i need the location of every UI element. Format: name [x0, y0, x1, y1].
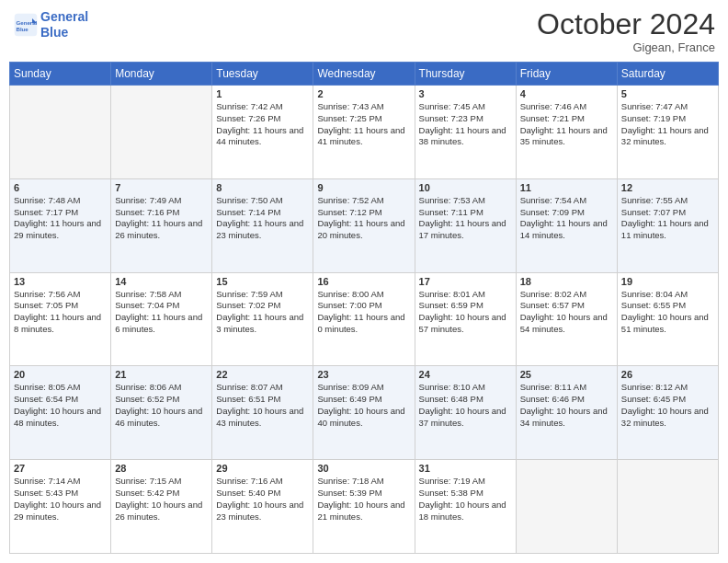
day-info: Sunrise: 7:15 AM Sunset: 5:42 PM Dayligh… — [115, 476, 208, 523]
calendar-week-row: 27Sunrise: 7:14 AM Sunset: 5:43 PM Dayli… — [10, 460, 719, 554]
day-number: 7 — [115, 182, 208, 193]
table-row: 11Sunrise: 7:54 AM Sunset: 7:09 PM Dayli… — [516, 178, 617, 272]
calendar-week-row: 1Sunrise: 7:42 AM Sunset: 7:26 PM Daylig… — [10, 86, 719, 179]
table-row: 2Sunrise: 7:43 AM Sunset: 7:25 PM Daylig… — [313, 86, 415, 179]
day-info: Sunrise: 8:10 AM Sunset: 6:48 PM Dayligh… — [419, 382, 512, 429]
col-saturday: Saturday — [617, 63, 718, 86]
logo-line2: Blue — [40, 25, 88, 40]
day-number: 20 — [14, 369, 107, 380]
day-info: Sunrise: 7:59 AM Sunset: 7:02 PM Dayligh… — [216, 289, 309, 336]
table-row: 1Sunrise: 7:42 AM Sunset: 7:26 PM Daylig… — [212, 86, 313, 179]
title-section: October 2024 Gigean, France — [537, 9, 715, 54]
header: General Blue General Blue October 2024 G… — [9, 9, 719, 54]
day-info: Sunrise: 8:07 AM Sunset: 6:51 PM Dayligh… — [216, 382, 309, 429]
day-number: 28 — [115, 463, 208, 474]
table-row: 20Sunrise: 8:05 AM Sunset: 6:54 PM Dayli… — [10, 366, 111, 460]
page: General Blue General Blue October 2024 G… — [0, 0, 728, 563]
day-info: Sunrise: 7:43 AM Sunset: 7:25 PM Dayligh… — [317, 101, 410, 148]
day-info: Sunrise: 8:04 AM Sunset: 6:55 PM Dayligh… — [621, 289, 714, 336]
day-number: 30 — [317, 463, 410, 474]
day-info: Sunrise: 7:50 AM Sunset: 7:14 PM Dayligh… — [216, 195, 309, 242]
logo-icon: General Blue — [13, 12, 39, 38]
day-info: Sunrise: 8:09 AM Sunset: 6:49 PM Dayligh… — [317, 382, 410, 429]
table-row: 29Sunrise: 7:16 AM Sunset: 5:40 PM Dayli… — [212, 460, 313, 554]
day-info: Sunrise: 8:11 AM Sunset: 6:46 PM Dayligh… — [520, 382, 613, 429]
table-row: 18Sunrise: 8:02 AM Sunset: 6:57 PM Dayli… — [516, 272, 617, 366]
table-row: 30Sunrise: 7:18 AM Sunset: 5:39 PM Dayli… — [313, 460, 415, 554]
table-row: 5Sunrise: 7:47 AM Sunset: 7:19 PM Daylig… — [617, 86, 718, 179]
day-number: 26 — [621, 369, 714, 380]
day-info: Sunrise: 7:54 AM Sunset: 7:09 PM Dayligh… — [520, 195, 613, 242]
table-row — [111, 86, 212, 179]
day-info: Sunrise: 7:45 AM Sunset: 7:23 PM Dayligh… — [419, 101, 512, 148]
logo: General Blue General Blue — [13, 9, 88, 40]
day-number: 16 — [317, 276, 410, 287]
col-wednesday: Wednesday — [313, 63, 415, 86]
location: Gigean, France — [537, 40, 715, 54]
table-row: 13Sunrise: 7:56 AM Sunset: 7:05 PM Dayli… — [10, 272, 111, 366]
day-info: Sunrise: 8:01 AM Sunset: 6:59 PM Dayligh… — [419, 289, 512, 336]
day-number: 31 — [419, 463, 512, 474]
day-number: 27 — [14, 463, 107, 474]
table-row: 27Sunrise: 7:14 AM Sunset: 5:43 PM Dayli… — [10, 460, 111, 554]
logo-line1: General — [40, 9, 88, 25]
table-row: 8Sunrise: 7:50 AM Sunset: 7:14 PM Daylig… — [212, 178, 313, 272]
col-monday: Monday — [111, 63, 212, 86]
day-info: Sunrise: 7:14 AM Sunset: 5:43 PM Dayligh… — [14, 476, 107, 523]
calendar-week-row: 6Sunrise: 7:48 AM Sunset: 7:17 PM Daylig… — [10, 178, 719, 272]
day-info: Sunrise: 7:53 AM Sunset: 7:11 PM Dayligh… — [419, 195, 512, 242]
day-info: Sunrise: 8:06 AM Sunset: 6:52 PM Dayligh… — [115, 382, 208, 429]
day-info: Sunrise: 8:12 AM Sunset: 6:45 PM Dayligh… — [621, 382, 714, 429]
day-number: 2 — [317, 88, 410, 99]
day-number: 5 — [621, 88, 714, 99]
day-info: Sunrise: 7:47 AM Sunset: 7:19 PM Dayligh… — [621, 101, 714, 148]
day-info: Sunrise: 7:52 AM Sunset: 7:12 PM Dayligh… — [317, 195, 410, 242]
table-row: 17Sunrise: 8:01 AM Sunset: 6:59 PM Dayli… — [415, 272, 516, 366]
svg-text:Blue: Blue — [17, 26, 29, 32]
table-row — [617, 460, 718, 554]
day-info: Sunrise: 8:05 AM Sunset: 6:54 PM Dayligh… — [14, 382, 107, 429]
day-number: 17 — [419, 276, 512, 287]
day-number: 10 — [419, 182, 512, 193]
table-row: 19Sunrise: 8:04 AM Sunset: 6:55 PM Dayli… — [617, 272, 718, 366]
table-row: 24Sunrise: 8:10 AM Sunset: 6:48 PM Dayli… — [415, 366, 516, 460]
table-row: 16Sunrise: 8:00 AM Sunset: 7:00 PM Dayli… — [313, 272, 415, 366]
day-number: 4 — [520, 88, 613, 99]
day-info: Sunrise: 7:42 AM Sunset: 7:26 PM Dayligh… — [216, 101, 309, 148]
table-row: 14Sunrise: 7:58 AM Sunset: 7:04 PM Dayli… — [111, 272, 212, 366]
day-info: Sunrise: 7:18 AM Sunset: 5:39 PM Dayligh… — [317, 476, 410, 523]
day-number: 9 — [317, 182, 410, 193]
table-row: 12Sunrise: 7:55 AM Sunset: 7:07 PM Dayli… — [617, 178, 718, 272]
table-row: 9Sunrise: 7:52 AM Sunset: 7:12 PM Daylig… — [313, 178, 415, 272]
day-number: 8 — [216, 182, 309, 193]
table-row: 10Sunrise: 7:53 AM Sunset: 7:11 PM Dayli… — [415, 178, 516, 272]
table-row: 21Sunrise: 8:06 AM Sunset: 6:52 PM Dayli… — [111, 366, 212, 460]
table-row: 28Sunrise: 7:15 AM Sunset: 5:42 PM Dayli… — [111, 460, 212, 554]
day-number: 12 — [621, 182, 714, 193]
day-number: 15 — [216, 276, 309, 287]
day-info: Sunrise: 7:19 AM Sunset: 5:38 PM Dayligh… — [419, 476, 512, 523]
day-info: Sunrise: 7:55 AM Sunset: 7:07 PM Dayligh… — [621, 195, 714, 242]
table-row: 31Sunrise: 7:19 AM Sunset: 5:38 PM Dayli… — [415, 460, 516, 554]
table-row: 15Sunrise: 7:59 AM Sunset: 7:02 PM Dayli… — [212, 272, 313, 366]
day-number: 21 — [115, 369, 208, 380]
table-row: 3Sunrise: 7:45 AM Sunset: 7:23 PM Daylig… — [415, 86, 516, 179]
day-number: 18 — [520, 276, 613, 287]
day-number: 29 — [216, 463, 309, 474]
col-friday: Friday — [516, 63, 617, 86]
day-number: 24 — [419, 369, 512, 380]
table-row: 26Sunrise: 8:12 AM Sunset: 6:45 PM Dayli… — [617, 366, 718, 460]
day-number: 25 — [520, 369, 613, 380]
day-number: 19 — [621, 276, 714, 287]
day-info: Sunrise: 7:58 AM Sunset: 7:04 PM Dayligh… — [115, 289, 208, 336]
day-number: 23 — [317, 369, 410, 380]
day-info: Sunrise: 7:49 AM Sunset: 7:16 PM Dayligh… — [115, 195, 208, 242]
day-number: 14 — [115, 276, 208, 287]
day-info: Sunrise: 7:16 AM Sunset: 5:40 PM Dayligh… — [216, 476, 309, 523]
table-row: 25Sunrise: 8:11 AM Sunset: 6:46 PM Dayli… — [516, 366, 617, 460]
calendar-week-row: 20Sunrise: 8:05 AM Sunset: 6:54 PM Dayli… — [10, 366, 719, 460]
day-number: 11 — [520, 182, 613, 193]
table-row: 6Sunrise: 7:48 AM Sunset: 7:17 PM Daylig… — [10, 178, 111, 272]
day-number: 6 — [14, 182, 107, 193]
table-row: 23Sunrise: 8:09 AM Sunset: 6:49 PM Dayli… — [313, 366, 415, 460]
